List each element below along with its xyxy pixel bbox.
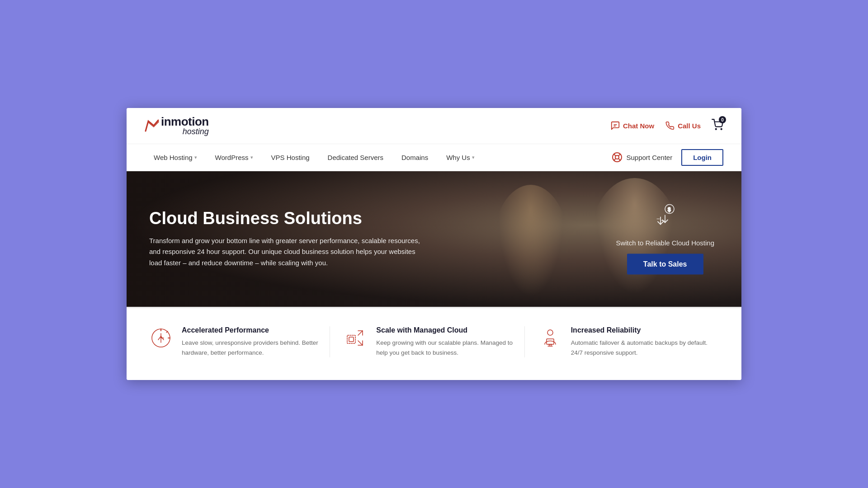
feature-title-1: Scale with Managed Cloud [376,326,515,334]
browser-window: inmotion hosting Chat Now [127,108,741,380]
nav-links: Web Hosting ▾ WordPress ▾ VPS Hosting De… [145,144,484,171]
feature-managed-cloud: Scale with Managed Cloud Keep growing wi… [344,326,524,357]
feature-icon-cloud [344,326,367,350]
svg-point-22 [547,330,553,335]
hero-cta-label: Switch to Reliable Cloud Hosting [616,239,714,246]
feature-title-2: Increased Reliability [571,326,710,334]
nav-web-hosting[interactable]: Web Hosting ▾ [145,144,206,171]
site-header: inmotion hosting Chat Now [127,108,741,144]
svg-point-2 [716,129,717,130]
feature-icon-reliability [538,326,562,350]
chat-icon [610,121,620,131]
feature-desc-0: Leave slow, unresponsive providers behin… [182,338,321,357]
talk-to-sales-button[interactable]: Talk to Sales [627,253,703,274]
login-button[interactable]: Login [681,149,723,166]
svg-line-8 [618,154,620,156]
call-us-link[interactable]: Call Us [665,121,701,131]
cart-button[interactable]: 0 [712,119,723,132]
hero-section: Cloud Business Solutions Transform and g… [127,171,741,307]
feature-icon-performance [149,326,173,350]
svg-point-3 [721,129,722,130]
call-label: Call Us [678,122,701,130]
svg-text:$: $ [668,206,671,212]
hero-subtitle: Transform and grow your bottom line with… [149,235,420,269]
svg-line-6 [614,154,616,156]
lifebuoy-icon [612,152,623,163]
nav-dedicated-servers[interactable]: Dedicated Servers [319,144,392,171]
nav-why-us[interactable]: Why Us ▾ [437,144,484,171]
cloud-money-icon: $ [652,203,678,231]
chevron-down-icon: ▾ [250,155,253,160]
support-label: Support Center [626,154,672,161]
svg-rect-19 [349,337,354,342]
nav-domains[interactable]: Domains [392,144,437,171]
nav-wordpress[interactable]: WordPress ▾ [206,144,262,171]
site-nav: Web Hosting ▾ WordPress ▾ VPS Hosting De… [127,144,741,171]
header-actions: Chat Now Call Us 0 [610,119,723,132]
logo-hosting: hosting [161,127,209,136]
svg-line-21 [358,341,363,345]
support-center-link[interactable]: Support Center [612,152,672,163]
nav-vps-hosting[interactable]: VPS Hosting [262,144,319,171]
feature-accelerated-performance: Accelerated Performance Leave slow, unre… [149,326,330,357]
hero-content: Cloud Business Solutions Transform and g… [127,209,443,269]
cart-count: 0 [719,116,726,123]
chat-label: Chat Now [623,122,654,130]
svg-rect-18 [347,335,355,343]
svg-line-20 [358,331,363,335]
svg-line-7 [618,159,620,160]
feature-title-0: Accelerated Performance [182,326,321,334]
feature-desc-1: Keep growing with our scalable plans. Ma… [376,338,515,357]
phone-icon [665,121,675,131]
feature-desc-2: Automatic failover & automatic backups b… [571,338,710,357]
chevron-down-icon: ▾ [472,155,475,160]
feature-text-cloud: Scale with Managed Cloud Keep growing wi… [376,326,515,357]
feature-text-reliability: Increased Reliability Automatic failover… [571,326,710,357]
feature-text-performance: Accelerated Performance Leave slow, unre… [182,326,321,357]
chevron-down-icon: ▾ [194,155,197,160]
logo-inmotion: inmotion [161,116,209,127]
svg-line-9 [614,159,616,160]
chat-now-link[interactable]: Chat Now [610,121,654,131]
features-section: Accelerated Performance Leave slow, unre… [127,307,741,380]
hero-cta-panel: $ Switch to Reliable Cloud Hosting Talk … [616,203,714,274]
feature-reliability: Increased Reliability Automatic failover… [538,326,719,357]
logo-wrapper[interactable]: inmotion hosting [145,116,209,136]
nav-right: Support Center Login [612,149,723,166]
logo-icon [145,119,161,132]
hero-title: Cloud Business Solutions [149,209,420,228]
